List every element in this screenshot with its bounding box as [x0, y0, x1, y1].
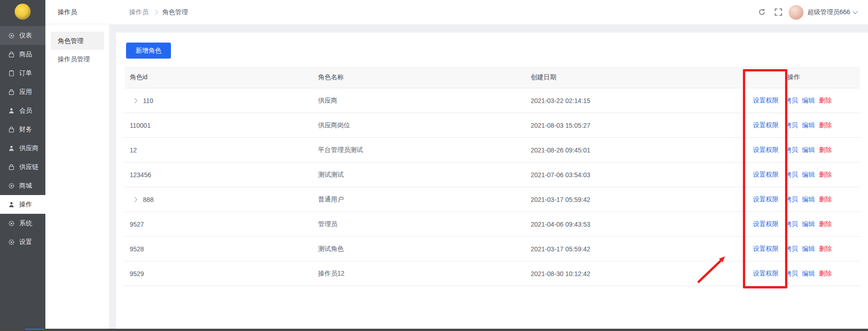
copy-link[interactable]: 拷贝 [785, 171, 798, 178]
set-permission-link[interactable]: 设置权限 [753, 97, 779, 104]
set-permission-link[interactable]: 设置权限 [753, 121, 779, 129]
topbar: 操作员 角色管理 超级管理员666 [109, 0, 868, 24]
submenu-item-role-management[interactable]: 角色管理 [51, 32, 104, 50]
gear-icon [8, 182, 15, 190]
set-permission-link[interactable]: 设置权限 [753, 270, 779, 277]
role-id-cell: 110 [125, 88, 313, 113]
expand-caret-icon[interactable] [132, 197, 137, 202]
column-header-created-date: 创建日期 [526, 66, 748, 88]
delete-link[interactable]: 删除 [819, 270, 832, 277]
person-icon [8, 145, 15, 152]
breadcrumb-item-operators[interactable]: 操作员 [129, 8, 148, 16]
delete-link[interactable]: 删除 [819, 121, 832, 129]
role-id: 123456 [130, 171, 151, 179]
sidebar-item-members[interactable]: 会员 [0, 101, 45, 120]
sidebar-item-label: 供应链 [19, 163, 38, 171]
table-row: 9529 操作员12 2021-08-30 10:12:42 设置权限 拷贝编辑… [125, 261, 860, 286]
set-permission-link[interactable]: 设置权限 [753, 245, 779, 252]
sidebar-item-suppliers[interactable]: 供应商 [0, 139, 45, 157]
user-menu[interactable]: 超级管理员666 [808, 8, 857, 16]
created-date-cell: 2021-04-06 09:43:53 [526, 212, 748, 237]
role-name-cell: 测试测试 [313, 163, 526, 187]
delete-link[interactable]: 删除 [819, 97, 832, 104]
copy-link[interactable]: 拷贝 [785, 220, 798, 228]
bag-icon [8, 163, 15, 171]
actions-cell: 拷贝编辑删除 [781, 113, 860, 138]
set-permission-link[interactable]: 设置权限 [753, 171, 779, 178]
copy-link[interactable]: 拷贝 [785, 270, 798, 277]
role-id: 12 [130, 147, 137, 154]
chevron-right-icon [153, 10, 158, 15]
roles-table: 角色id 角色名称 创建日期 操作 110 供应商 2021-03-22 02:… [125, 66, 860, 286]
permission-cell: 设置权限 [748, 261, 781, 286]
table-row: 110 供应商 2021-03-22 02:14:15 设置权限 拷贝编辑删除 [125, 88, 860, 113]
sidebar-item-settings[interactable]: 设置 [0, 233, 45, 251]
created-date-cell: 2021-03-17 05:59:42 [526, 237, 748, 261]
set-permission-link[interactable]: 设置权限 [753, 146, 779, 153]
sidebar-item-mall[interactable]: 商城 [0, 176, 45, 195]
breadcrumb: 操作员 角色管理 [129, 8, 188, 16]
user-avatar[interactable] [789, 5, 803, 20]
delete-link[interactable]: 删除 [819, 171, 832, 178]
fullscreen-icon[interactable] [775, 8, 782, 16]
copy-link[interactable]: 拷贝 [785, 146, 798, 153]
clipboard-icon [8, 70, 15, 77]
sidebar-item-supply-chain[interactable]: 供应链 [0, 157, 45, 176]
bag-icon [8, 88, 15, 96]
role-name-cell: 普通用户 [313, 187, 526, 212]
created-date-cell: 2021-08-30 10:12:42 [526, 261, 748, 286]
secondary-sidebar: 操作员 角色管理 操作员管理 [45, 0, 109, 329]
delete-link[interactable]: 删除 [819, 245, 832, 252]
edit-link[interactable]: 编辑 [802, 121, 815, 129]
app-logo-wrap [0, 0, 45, 26]
sidebar-item-dashboard[interactable]: 仪表 [0, 26, 45, 45]
edit-link[interactable]: 编辑 [802, 220, 815, 228]
app-logo-avatar[interactable] [15, 4, 31, 20]
sidebar-item-finance[interactable]: 财务 [0, 120, 45, 139]
column-header-role-name: 角色名称 [313, 66, 526, 88]
permission-cell: 设置权限 [748, 237, 781, 261]
role-id: 9527 [130, 221, 144, 228]
edit-link[interactable]: 编辑 [802, 97, 815, 104]
submenu-item-operator-management[interactable]: 操作员管理 [51, 50, 104, 68]
expand-caret-icon[interactable] [132, 98, 137, 103]
permission-cell: 设置权限 [748, 138, 781, 163]
delete-link[interactable]: 删除 [819, 220, 832, 228]
delete-link[interactable]: 删除 [819, 146, 832, 153]
set-permission-link[interactable]: 设置权限 [753, 220, 779, 228]
refresh-icon[interactable] [758, 8, 766, 16]
copy-link[interactable]: 拷贝 [785, 97, 798, 104]
role-id-cell: 9529 [125, 261, 313, 286]
edit-link[interactable]: 编辑 [802, 171, 815, 178]
edit-link[interactable]: 编辑 [802, 146, 815, 153]
edit-link[interactable]: 编辑 [802, 195, 815, 203]
sidebar-item-apps[interactable]: 应用 [0, 82, 45, 101]
role-name-cell: 平台管理员测试 [313, 138, 526, 163]
role-id-cell: 9528 [125, 237, 313, 261]
copy-link[interactable]: 拷贝 [785, 245, 798, 252]
edit-link[interactable]: 编辑 [802, 245, 815, 252]
delete-link[interactable]: 删除 [819, 195, 832, 203]
sidebar-item-label: 商城 [19, 182, 32, 190]
breadcrumb-item-role-management: 角色管理 [162, 8, 188, 16]
sidebar-item-system[interactable]: 系统 [0, 214, 45, 233]
sidebar-item-goods[interactable]: 商品 [0, 45, 45, 64]
sidebar-item-orders[interactable]: 订单 [0, 64, 45, 82]
column-header-empty [748, 66, 781, 88]
role-id-cell: 123456 [125, 163, 313, 187]
role-id-cell: 12 [125, 138, 313, 163]
permission-cell: 设置权限 [748, 113, 781, 138]
copy-link[interactable]: 拷贝 [785, 121, 798, 129]
add-role-button[interactable]: 新增角色 [126, 43, 171, 59]
sidebar-item-operators[interactable]: 操作 [0, 195, 45, 214]
gear-icon [8, 239, 15, 246]
copy-link[interactable]: 拷贝 [785, 195, 798, 203]
role-id: 9528 [130, 245, 144, 253]
created-date-cell: 2021-03-17 05:59:42 [526, 187, 748, 212]
edit-link[interactable]: 编辑 [802, 270, 815, 277]
sidebar-item-label: 商品 [19, 50, 32, 59]
sidebar-item-label: 供应商 [19, 144, 38, 152]
actions-cell: 拷贝编辑删除 [781, 261, 860, 286]
set-permission-link[interactable]: 设置权限 [753, 195, 779, 203]
table-row: 9528 测试角色 2021-03-17 05:59:42 设置权限 拷贝编辑删… [125, 237, 860, 261]
